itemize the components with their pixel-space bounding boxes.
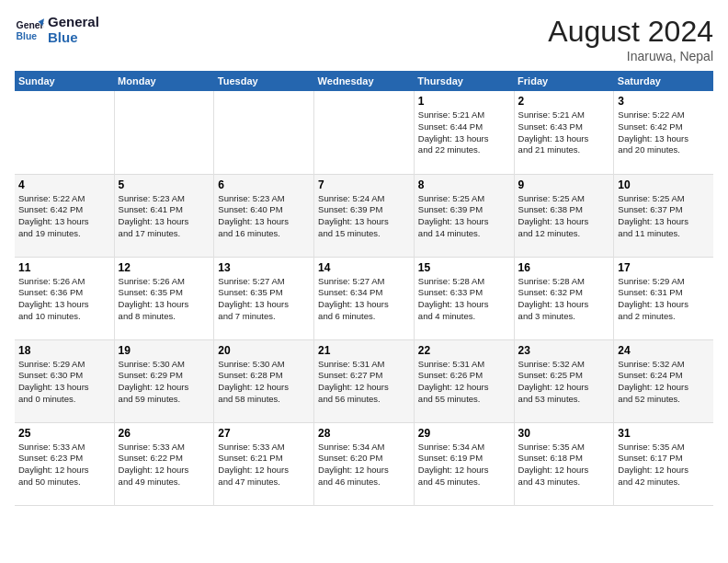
day-info: Sunrise: 5:32 AM Sunset: 6:24 PM Dayligh… — [618, 359, 710, 406]
day-info: Sunrise: 5:22 AM Sunset: 6:42 PM Dayligh… — [618, 109, 710, 156]
day-number: 11 — [18, 261, 110, 274]
day-info: Sunrise: 5:26 AM Sunset: 6:35 PM Dayligh… — [119, 276, 210, 323]
day-number: 1 — [418, 95, 510, 108]
day-number: 6 — [218, 178, 310, 191]
day-info: Sunrise: 5:28 AM Sunset: 6:33 PM Dayligh… — [418, 276, 510, 323]
day-number: 21 — [318, 344, 410, 357]
logo-icon: General Blue — [15, 16, 44, 45]
day-number: 20 — [218, 344, 310, 357]
day-number: 28 — [318, 427, 410, 440]
calendar-cell: 3Sunrise: 5:22 AM Sunset: 6:42 PM Daylig… — [614, 91, 713, 174]
calendar-cell: 16Sunrise: 5:28 AM Sunset: 6:32 PM Dayli… — [514, 257, 614, 339]
day-number: 26 — [119, 427, 210, 440]
day-info: Sunrise: 5:21 AM Sunset: 6:44 PM Dayligh… — [418, 109, 510, 156]
location-subtitle: Inaruwa, Nepal — [548, 49, 713, 63]
calendar-table: SundayMondayTuesdayWednesdayThursdayFrid… — [15, 71, 713, 506]
calendar-cell: 23Sunrise: 5:32 AM Sunset: 6:25 PM Dayli… — [514, 339, 614, 422]
header-day-saturday: Saturday — [614, 71, 713, 91]
logo-text-general: General — [48, 15, 99, 30]
calendar-cell: 26Sunrise: 5:33 AM Sunset: 6:22 PM Dayli… — [114, 422, 214, 505]
calendar-week-row: 1Sunrise: 5:21 AM Sunset: 6:44 PM Daylig… — [15, 91, 713, 174]
day-info: Sunrise: 5:34 AM Sunset: 6:19 PM Dayligh… — [418, 442, 510, 488]
day-info: Sunrise: 5:31 AM Sunset: 6:27 PM Dayligh… — [318, 359, 410, 406]
calendar-header: SundayMondayTuesdayWednesdayThursdayFrid… — [15, 71, 713, 91]
calendar-cell — [314, 91, 415, 174]
calendar-cell: 28Sunrise: 5:34 AM Sunset: 6:20 PM Dayli… — [314, 422, 415, 505]
day-number: 25 — [18, 427, 110, 440]
day-info: Sunrise: 5:28 AM Sunset: 6:32 PM Dayligh… — [518, 276, 610, 323]
calendar-cell: 8Sunrise: 5:25 AM Sunset: 6:39 PM Daylig… — [414, 174, 514, 257]
calendar-cell: 15Sunrise: 5:28 AM Sunset: 6:33 PM Dayli… — [414, 257, 514, 339]
page-header: General Blue General Blue August 2024 In… — [15, 15, 713, 63]
calendar-cell — [114, 91, 214, 174]
header-day-tuesday: Tuesday — [214, 71, 314, 91]
day-info: Sunrise: 5:34 AM Sunset: 6:20 PM Dayligh… — [318, 442, 410, 488]
day-info: Sunrise: 5:21 AM Sunset: 6:43 PM Dayligh… — [518, 109, 610, 156]
calendar-week-row: 4Sunrise: 5:22 AM Sunset: 6:42 PM Daylig… — [15, 174, 713, 257]
day-info: Sunrise: 5:23 AM Sunset: 6:41 PM Dayligh… — [119, 193, 210, 240]
day-number: 30 — [518, 427, 610, 440]
title-block: August 2024 Inaruwa, Nepal — [548, 15, 713, 63]
day-number: 15 — [418, 261, 510, 274]
day-number: 22 — [418, 344, 510, 357]
calendar-cell: 1Sunrise: 5:21 AM Sunset: 6:44 PM Daylig… — [414, 91, 514, 174]
month-year-title: August 2024 — [548, 15, 713, 49]
day-info: Sunrise: 5:25 AM Sunset: 6:39 PM Dayligh… — [418, 193, 510, 240]
calendar-cell: 31Sunrise: 5:35 AM Sunset: 6:17 PM Dayli… — [614, 422, 713, 505]
calendar-cell: 14Sunrise: 5:27 AM Sunset: 6:34 PM Dayli… — [314, 257, 415, 339]
calendar-cell: 6Sunrise: 5:23 AM Sunset: 6:40 PM Daylig… — [214, 174, 314, 257]
calendar-cell — [15, 91, 114, 174]
calendar-cell: 4Sunrise: 5:22 AM Sunset: 6:42 PM Daylig… — [15, 174, 114, 257]
day-number: 8 — [418, 178, 510, 191]
calendar-cell: 10Sunrise: 5:25 AM Sunset: 6:37 PM Dayli… — [614, 174, 713, 257]
calendar-cell — [214, 91, 314, 174]
day-number: 23 — [518, 344, 610, 357]
calendar-cell: 24Sunrise: 5:32 AM Sunset: 6:24 PM Dayli… — [614, 339, 713, 422]
day-info: Sunrise: 5:24 AM Sunset: 6:39 PM Dayligh… — [318, 193, 410, 240]
calendar-cell: 20Sunrise: 5:30 AM Sunset: 6:28 PM Dayli… — [214, 339, 314, 422]
header-day-wednesday: Wednesday — [314, 71, 415, 91]
calendar-week-row: 25Sunrise: 5:33 AM Sunset: 6:23 PM Dayli… — [15, 422, 713, 505]
calendar-cell: 9Sunrise: 5:25 AM Sunset: 6:38 PM Daylig… — [514, 174, 614, 257]
day-info: Sunrise: 5:33 AM Sunset: 6:23 PM Dayligh… — [18, 442, 110, 488]
calendar-cell: 22Sunrise: 5:31 AM Sunset: 6:26 PM Dayli… — [414, 339, 514, 422]
day-info: Sunrise: 5:31 AM Sunset: 6:26 PM Dayligh… — [418, 359, 510, 406]
day-info: Sunrise: 5:27 AM Sunset: 6:35 PM Dayligh… — [218, 276, 310, 323]
day-number: 18 — [18, 344, 110, 357]
calendar-cell: 25Sunrise: 5:33 AM Sunset: 6:23 PM Dayli… — [15, 422, 114, 505]
calendar-cell: 11Sunrise: 5:26 AM Sunset: 6:36 PM Dayli… — [15, 257, 114, 339]
day-info: Sunrise: 5:30 AM Sunset: 6:29 PM Dayligh… — [119, 359, 210, 406]
day-info: Sunrise: 5:29 AM Sunset: 6:31 PM Dayligh… — [618, 276, 710, 323]
calendar-cell: 13Sunrise: 5:27 AM Sunset: 6:35 PM Dayli… — [214, 257, 314, 339]
calendar-cell: 7Sunrise: 5:24 AM Sunset: 6:39 PM Daylig… — [314, 174, 415, 257]
day-number: 27 — [218, 427, 310, 440]
header-day-friday: Friday — [514, 71, 614, 91]
header-row: SundayMondayTuesdayWednesdayThursdayFrid… — [15, 71, 713, 91]
day-number: 29 — [418, 427, 510, 440]
day-info: Sunrise: 5:27 AM Sunset: 6:34 PM Dayligh… — [318, 276, 410, 323]
calendar-cell: 5Sunrise: 5:23 AM Sunset: 6:41 PM Daylig… — [114, 174, 214, 257]
day-info: Sunrise: 5:33 AM Sunset: 6:22 PM Dayligh… — [119, 442, 210, 488]
calendar-cell: 12Sunrise: 5:26 AM Sunset: 6:35 PM Dayli… — [114, 257, 214, 339]
day-number: 31 — [618, 427, 710, 440]
svg-text:Blue: Blue — [17, 30, 38, 40]
calendar-cell: 2Sunrise: 5:21 AM Sunset: 6:43 PM Daylig… — [514, 91, 614, 174]
logo: General Blue General Blue — [15, 15, 99, 45]
header-day-monday: Monday — [114, 71, 214, 91]
day-info: Sunrise: 5:25 AM Sunset: 6:38 PM Dayligh… — [518, 193, 610, 240]
day-info: Sunrise: 5:29 AM Sunset: 6:30 PM Dayligh… — [18, 359, 110, 406]
day-info: Sunrise: 5:30 AM Sunset: 6:28 PM Dayligh… — [218, 359, 310, 406]
day-number: 17 — [618, 261, 710, 274]
day-number: 3 — [618, 95, 710, 108]
day-info: Sunrise: 5:33 AM Sunset: 6:21 PM Dayligh… — [218, 442, 310, 488]
header-day-sunday: Sunday — [15, 71, 114, 91]
day-info: Sunrise: 5:35 AM Sunset: 6:18 PM Dayligh… — [518, 442, 610, 488]
day-number: 10 — [618, 178, 710, 191]
day-number: 5 — [119, 178, 210, 191]
day-number: 24 — [618, 344, 710, 357]
calendar-cell: 27Sunrise: 5:33 AM Sunset: 6:21 PM Dayli… — [214, 422, 314, 505]
day-number: 13 — [218, 261, 310, 274]
day-number: 19 — [119, 344, 210, 357]
day-info: Sunrise: 5:25 AM Sunset: 6:37 PM Dayligh… — [618, 193, 710, 240]
calendar-cell: 17Sunrise: 5:29 AM Sunset: 6:31 PM Dayli… — [614, 257, 713, 339]
